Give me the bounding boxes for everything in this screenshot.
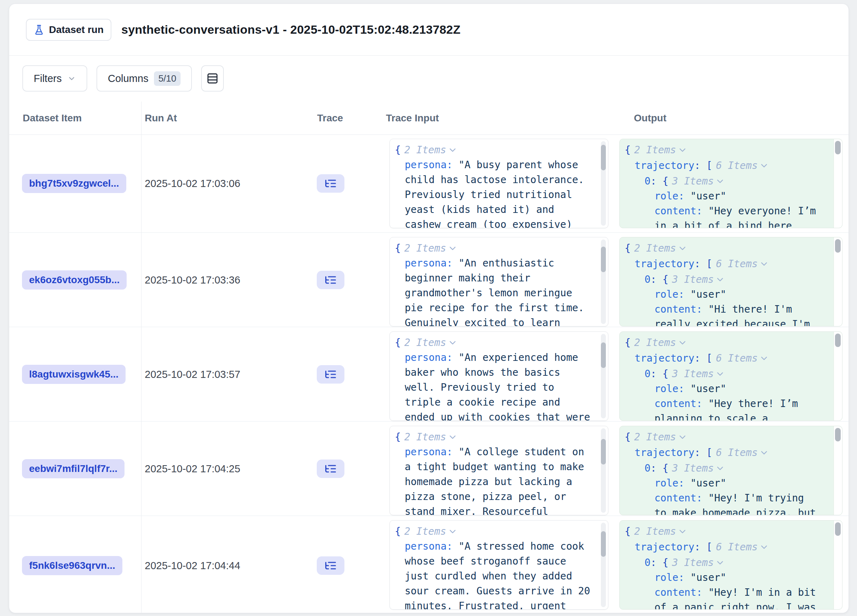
scrollbar[interactable]: [834, 139, 842, 228]
json-key: persona: [405, 257, 447, 269]
scrollbar-thumb[interactable]: [601, 531, 606, 557]
scrollbar-thumb[interactable]: [601, 145, 606, 170]
dataset-item-badge[interactable]: ek6oz6vtoxg055b...: [22, 270, 127, 289]
table-row: eebwi7mfil7lqlf7r... 2025-10-02 17:04:25…: [9, 421, 848, 516]
scrollbar-thumb[interactable]: [835, 428, 841, 441]
scrollbar[interactable]: [601, 240, 606, 324]
collapse-chevron-icon[interactable]: [679, 142, 686, 157]
dataset-item-badge[interactable]: eebwi7mfil7lqlf7r...: [22, 459, 124, 478]
collapse-chevron-icon[interactable]: [717, 366, 723, 381]
collapse-chevron-icon[interactable]: [761, 256, 767, 271]
page-title: synthetic-conversations-v1 - 2025-10-02T…: [121, 23, 460, 37]
column-header-output: Output: [634, 113, 667, 124]
list-tree-icon: [324, 368, 337, 381]
collapse-chevron-icon[interactable]: [449, 240, 456, 255]
filters-button-label: Filters: [34, 73, 62, 84]
collapse-chevron-icon[interactable]: [679, 523, 686, 538]
json-item-count: 6 Items: [716, 160, 758, 172]
collapse-chevron-icon[interactable]: [717, 555, 723, 570]
json-key: persona: [405, 446, 447, 458]
scrollbar[interactable]: [834, 520, 842, 609]
scrollbar-thumb[interactable]: [835, 141, 841, 154]
dataset-item-badge[interactable]: f5nk6lse963qrvn...: [22, 556, 122, 575]
dataset-item-badge[interactable]: bhg7t5xv9zgwcel...: [22, 174, 126, 193]
columns-count-badge: 5/10: [154, 71, 181, 86]
collapse-chevron-icon[interactable]: [679, 429, 686, 444]
json-key: role: [654, 190, 678, 202]
trace-button[interactable]: [317, 365, 345, 384]
output-cell[interactable]: {2 Items trajectory: [6 Items 0: {3 Item…: [619, 426, 843, 515]
run-at-value: 2025-10-02 17:03:57: [145, 368, 240, 380]
scrollbar[interactable]: [601, 141, 606, 226]
collapse-chevron-icon[interactable]: [449, 334, 456, 350]
scrollbar-thumb[interactable]: [835, 334, 841, 347]
chevron-down-icon: [67, 74, 76, 83]
trace-button[interactable]: [317, 271, 345, 289]
trace-input-cell[interactable]: {2 Items persona: "An enthusiastic begin…: [390, 237, 608, 327]
scrollbar-thumb[interactable]: [601, 247, 606, 272]
list-tree-icon: [324, 274, 337, 286]
scrollbar[interactable]: [601, 334, 606, 418]
columns-button[interactable]: Columns 5/10: [96, 65, 192, 91]
json-item-count: 2 Items: [634, 144, 676, 156]
dataset-item-badge[interactable]: l8agtuwxisgwk45...: [22, 365, 125, 384]
dataset-run-card: Dataset run synthetic-conversations-v1 -…: [9, 3, 849, 613]
trace-input-cell[interactable]: {2 Items persona: "A college student on …: [390, 426, 608, 515]
json-key: persona: [405, 159, 447, 171]
trace-button[interactable]: [317, 556, 345, 575]
collapse-chevron-icon[interactable]: [679, 240, 686, 255]
trace-input-cell[interactable]: {2 Items persona: "A busy parent whose c…: [390, 139, 608, 228]
json-item-count: 2 Items: [404, 144, 446, 156]
collapse-chevron-icon[interactable]: [717, 271, 723, 286]
output-cell[interactable]: {2 Items trajectory: [6 Items 0: {3 Item…: [619, 139, 843, 228]
collapse-chevron-icon[interactable]: [717, 460, 723, 475]
table-row: f5nk6lse963qrvn... 2025-10-02 17:04:44 {…: [9, 516, 848, 613]
table-row: l8agtuwxisgwk45... 2025-10-02 17:03:57 {…: [9, 327, 848, 421]
trace-input-cell[interactable]: {2 Items persona: "A stressed home cook …: [390, 520, 608, 610]
scrollbar[interactable]: [601, 523, 606, 607]
list-tree-icon: [324, 177, 337, 190]
json-key: content: [654, 205, 696, 217]
scrollbar[interactable]: [834, 237, 842, 326]
output-cell[interactable]: {2 Items trajectory: [6 Items 0: {3 Item…: [619, 520, 843, 610]
collapse-chevron-icon[interactable]: [449, 142, 456, 157]
run-at-value: 2025-10-02 17:04:25: [145, 463, 240, 474]
collapse-chevron-icon[interactable]: [761, 350, 767, 365]
json-open-brace: {: [395, 144, 401, 156]
toolbar: Filters Columns 5/10: [9, 55, 848, 102]
json-key: persona: [405, 540, 447, 552]
json-item-count: 3 Items: [672, 175, 714, 187]
view-options-button[interactable]: [201, 65, 224, 91]
scrollbar[interactable]: [601, 428, 606, 513]
json-key: persona: [405, 351, 447, 363]
dataset-run-badge: Dataset run: [26, 19, 111, 41]
filters-button[interactable]: Filters: [22, 65, 87, 91]
dataset-run-badge-label: Dataset run: [49, 24, 104, 36]
trace-input-cell[interactable]: {2 Items persona: "An experienced home b…: [390, 331, 608, 421]
card-header: Dataset run synthetic-conversations-v1 -…: [9, 4, 848, 56]
scrollbar-thumb[interactable]: [601, 439, 606, 464]
trace-button[interactable]: [317, 174, 345, 193]
collapse-chevron-icon[interactable]: [717, 173, 723, 188]
scrollbar[interactable]: [834, 426, 842, 515]
scrollbar-thumb[interactable]: [601, 342, 606, 368]
json-index: 0: [645, 175, 651, 187]
collapse-chevron-icon[interactable]: [761, 444, 767, 460]
trace-button[interactable]: [317, 460, 345, 478]
collapse-chevron-icon[interactable]: [449, 429, 456, 444]
scrollbar-thumb[interactable]: [835, 522, 841, 536]
table-row: bhg7t5xv9zgwcel... 2025-10-02 17:03:06 {…: [9, 135, 848, 233]
scrollbar-thumb[interactable]: [835, 239, 841, 253]
collapse-chevron-icon[interactable]: [761, 539, 767, 554]
output-cell[interactable]: {2 Items trajectory: [6 Items 0: {3 Item…: [619, 331, 843, 421]
scrollbar[interactable]: [834, 332, 842, 421]
collapse-chevron-icon[interactable]: [449, 523, 456, 538]
output-cell[interactable]: {2 Items trajectory: [6 Items 0: {3 Item…: [619, 237, 843, 327]
column-header-trace-input: Trace Input: [386, 113, 439, 124]
collapse-chevron-icon[interactable]: [761, 158, 767, 172]
list-tree-icon: [324, 559, 337, 572]
list-tree-icon: [324, 462, 337, 475]
collapse-chevron-icon[interactable]: [679, 334, 686, 350]
json-open-brace: {: [625, 144, 631, 156]
table-body: bhg7t5xv9zgwcel... 2025-10-02 17:03:06 {…: [9, 135, 848, 613]
